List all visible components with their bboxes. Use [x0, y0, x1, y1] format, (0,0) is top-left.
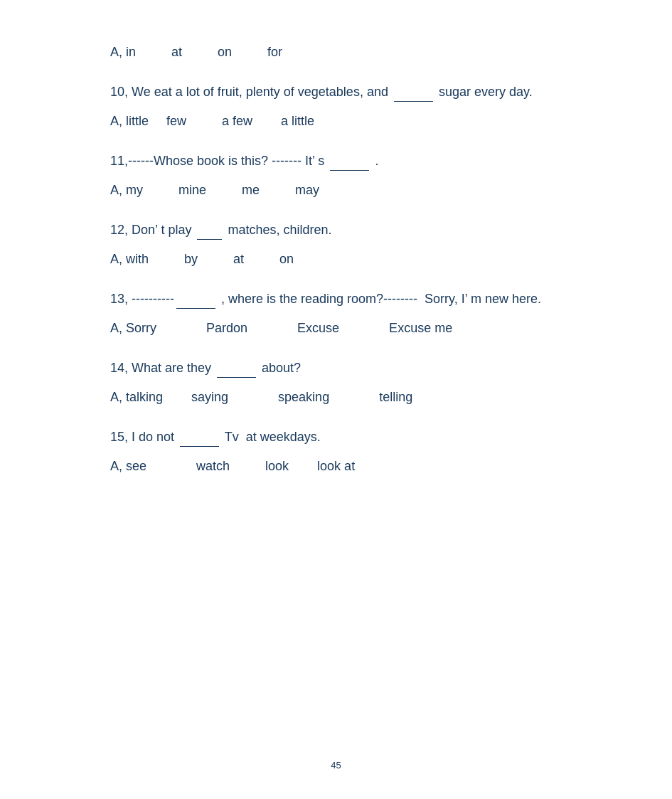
question-block-14: 14, What are they about? A, talking sayi… [110, 358, 562, 407]
blank-15 [180, 427, 219, 447]
question-text-12: 12, Don’ t play matches, children. [110, 220, 562, 240]
question-block-10: 10, We eat a lot of fruit, plenty of veg… [110, 82, 562, 131]
options-10: A, little few a few a little [110, 112, 562, 131]
options-11: A, my mine me may [110, 181, 562, 200]
question-block-15: 15, I do not Tv at weekdays. A, see watc… [110, 427, 562, 476]
blank-11 [330, 151, 369, 171]
options-13: A, Sorry Pardon Excuse Excuse me [110, 319, 562, 338]
options-15: A, see watch look look at [110, 457, 562, 476]
question-text-15: 15, I do not Tv at weekdays. [110, 427, 562, 447]
question-text-10: 10, We eat a lot of fruit, plenty of veg… [110, 82, 562, 102]
question-text-14: 14, What are they about? [110, 358, 562, 378]
question-block-11: 11,------Whose book is this? ------- It’… [110, 151, 562, 200]
options-14: A, talking saying speaking telling [110, 388, 562, 407]
question-block-preface: A, in at on for [110, 43, 562, 62]
question-block-12: 12, Don’ t play matches, children. A, wi… [110, 220, 562, 269]
question-block-13: 13, ---------- , where is the reading ro… [110, 289, 562, 338]
blank-12 [197, 220, 222, 240]
blank-14 [217, 358, 256, 378]
options-12: A, with by at on [110, 250, 562, 269]
question-text-11: 11,------Whose book is this? ------- It’… [110, 151, 562, 171]
options-preface: A, in at on for [110, 43, 562, 62]
blank-10 [394, 82, 433, 102]
page-number: 45 [331, 760, 341, 771]
page-content: A, in at on for 10, We eat a lot of frui… [0, 0, 672, 539]
blank-13 [176, 289, 215, 309]
question-text-13: 13, ---------- , where is the reading ro… [110, 289, 562, 309]
